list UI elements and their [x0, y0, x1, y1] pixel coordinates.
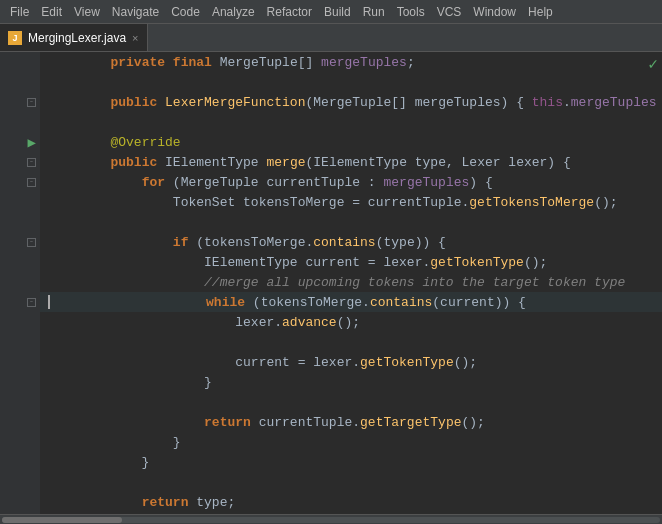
- code-text-21: }: [48, 455, 149, 470]
- gutter-line-23: [0, 492, 38, 512]
- code-line-5: @Override: [40, 132, 662, 152]
- gutter-line-8: [0, 192, 38, 212]
- gutter-line-10: -: [0, 232, 38, 252]
- code-line-4: [40, 112, 662, 132]
- menu-window[interactable]: Window: [467, 3, 522, 21]
- code-line-23: return type;: [40, 492, 662, 512]
- gutter-line-9: [0, 212, 38, 232]
- menubar: File Edit View Navigate Code Analyze Ref…: [0, 0, 662, 24]
- fold-icon-for[interactable]: -: [27, 178, 36, 187]
- horizontal-scrollbar[interactable]: [0, 514, 662, 524]
- code-line-17: }: [40, 372, 662, 392]
- code-line-6: public IElementType merge(IElementType t…: [40, 152, 662, 172]
- code-line-7: for (MergeTuple currentTuple : mergeTupl…: [40, 172, 662, 192]
- code-line-9: [40, 212, 662, 232]
- code-line-21: }: [40, 452, 662, 472]
- menu-vcs[interactable]: VCS: [431, 3, 468, 21]
- code-line-8: TokenSet tokensToMerge = currentTuple.ge…: [40, 192, 662, 212]
- gutter-line-22: [0, 472, 38, 492]
- scrollbar-thumb[interactable]: [2, 517, 122, 523]
- code-text-17: }: [48, 375, 212, 390]
- menu-refactor[interactable]: Refactor: [261, 3, 318, 21]
- code-text-10: if (tokensToMerge.contains(type)) {: [48, 235, 446, 250]
- menu-help[interactable]: Help: [522, 3, 559, 21]
- gutter-line-19: [0, 412, 38, 432]
- code-text-12: //merge all upcoming tokens into the tar…: [48, 275, 625, 290]
- java-file-icon: J: [8, 31, 22, 45]
- code-text-7: for (MergeTuple currentTuple : mergeTupl…: [48, 175, 493, 190]
- gutter-line-12: [0, 272, 38, 292]
- code-text-8: TokenSet tokensToMerge = currentTuple.ge…: [48, 195, 618, 210]
- code-line-24: }: [40, 512, 662, 514]
- code-line-19: return currentTuple.getTargetType();: [40, 412, 662, 432]
- gutter-line-1: [0, 52, 38, 72]
- code-line-2: [40, 72, 662, 92]
- gutter-line-7: -: [0, 172, 38, 192]
- code-editor[interactable]: ✓ private final MergeTuple[] mergeTuples…: [40, 52, 662, 514]
- gutter-line-13: -: [0, 292, 38, 312]
- code-text-23: return type;: [48, 495, 235, 510]
- code-text-13: while (tokensToMerge.contains(current)) …: [50, 295, 526, 310]
- code-line-3: public LexerMergeFunction(MergeTuple[] m…: [40, 92, 662, 112]
- code-line-13: while (tokensToMerge.contains(current)) …: [40, 292, 662, 312]
- menu-build[interactable]: Build: [318, 3, 357, 21]
- code-line-15: [40, 332, 662, 352]
- line-gutter: - ▶ - - - -: [0, 52, 40, 514]
- gutter-line-11: [0, 252, 38, 272]
- gutter-line-4: [0, 112, 38, 132]
- code-text-16: current = lexer.getTokenType();: [48, 355, 477, 370]
- gutter-line-2: [0, 72, 38, 92]
- tabbar: J MergingLexer.java ×: [0, 24, 662, 52]
- fold-icon-if[interactable]: -: [27, 238, 36, 247]
- menu-analyze[interactable]: Analyze: [206, 3, 261, 21]
- code-text-19: return currentTuple.getTargetType();: [48, 415, 485, 430]
- tab-merging-lexer[interactable]: J MergingLexer.java ×: [0, 24, 148, 51]
- gutter-line-15: [0, 332, 38, 352]
- code-text-6: public IElementType merge(IElementType t…: [48, 155, 571, 170]
- fold-icon-constructor[interactable]: -: [27, 98, 36, 107]
- menu-edit[interactable]: Edit: [35, 3, 68, 21]
- code-text-20: }: [48, 435, 181, 450]
- gutter-line-14: [0, 312, 38, 332]
- tab-close-button[interactable]: ×: [132, 32, 138, 44]
- tab-label: MergingLexer.java: [28, 31, 126, 45]
- menu-run[interactable]: Run: [357, 3, 391, 21]
- code-text-14: lexer.advance();: [48, 315, 360, 330]
- fold-icon-merge[interactable]: -: [27, 158, 36, 167]
- code-text-1: private final MergeTuple[] mergeTuples;: [48, 55, 415, 70]
- menu-file[interactable]: File: [4, 3, 35, 21]
- code-line-18: [40, 392, 662, 412]
- code-line-22: [40, 472, 662, 492]
- code-line-14: lexer.advance();: [40, 312, 662, 332]
- gutter-line-17: [0, 372, 38, 392]
- editor-container: - ▶ - - - -: [0, 52, 662, 514]
- gutter-line-16: [0, 352, 38, 372]
- gutter-line-5: ▶: [0, 132, 38, 152]
- code-text-11: IElementType current = lexer.getTokenTyp…: [48, 255, 547, 270]
- menu-navigate[interactable]: Navigate: [106, 3, 165, 21]
- gutter-line-3: -: [0, 92, 38, 112]
- code-line-16: current = lexer.getTokenType();: [40, 352, 662, 372]
- gutter-line-20: [0, 432, 38, 452]
- menu-code[interactable]: Code: [165, 3, 206, 21]
- code-line-10: if (tokensToMerge.contains(type)) {: [40, 232, 662, 252]
- code-line-20: }: [40, 432, 662, 452]
- code-line-12: //merge all upcoming tokens into the tar…: [40, 272, 662, 292]
- menu-tools[interactable]: Tools: [391, 3, 431, 21]
- gutter-line-6: -: [0, 152, 38, 172]
- scrollbar-track[interactable]: [2, 517, 660, 523]
- menu-view[interactable]: View: [68, 3, 106, 21]
- run-indicator[interactable]: ▶: [28, 134, 36, 151]
- gutter-line-18: [0, 392, 38, 412]
- gutter-line-21: [0, 452, 38, 472]
- code-line-1: private final MergeTuple[] mergeTuples;: [40, 52, 662, 72]
- fold-icon-while[interactable]: -: [27, 298, 36, 307]
- code-text-5: @Override: [48, 135, 181, 150]
- code-text-3: public LexerMergeFunction(MergeTuple[] m…: [48, 95, 662, 110]
- code-line-11: IElementType current = lexer.getTokenTyp…: [40, 252, 662, 272]
